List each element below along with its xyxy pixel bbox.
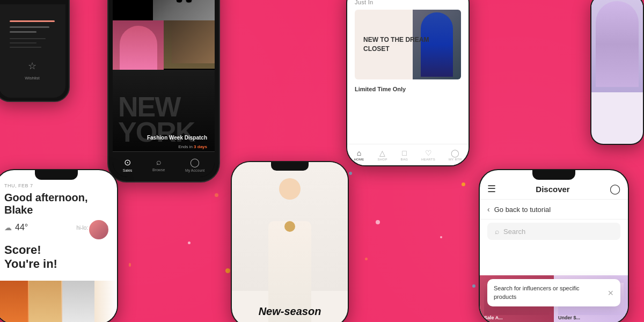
decorative-line — [10, 20, 55, 22]
just-in-label: Just In — [347, 0, 469, 8]
cloud-icon: ☁ — [4, 223, 12, 232]
phone-notch — [271, 162, 309, 171]
model-image-area — [232, 162, 348, 291]
nav-sales-label: Sales — [123, 169, 133, 172]
nav-account-label: My Account — [185, 169, 204, 172]
confetti-dot — [349, 172, 352, 175]
under-card-label: Under $... — [558, 315, 624, 320]
dream-closet-text: NEW TO THE DREAM CLOSET — [355, 27, 461, 62]
home-icon: ⌂ — [357, 149, 361, 157]
wishlist-area: ☆ Wishlist — [25, 60, 40, 82]
tooltip-close-button[interactable]: ✕ — [608, 289, 614, 297]
clothing-item — [29, 281, 61, 322]
model-image-right — [164, 20, 215, 69]
back-arrow-icon: ‹ — [487, 205, 490, 214]
clothing-item — [0, 281, 28, 322]
nav-bag-label: BAG — [401, 158, 408, 161]
back-to-tutorial-row[interactable]: ‹ Go back to tutorial — [480, 200, 628, 219]
phone-dark-partial: ☆ Wishlist — [0, 0, 70, 102]
tooltip-text: Search for influencers or specific produ… — [494, 284, 603, 301]
decorative-line — [10, 47, 41, 48]
confetti-dot — [188, 241, 191, 244]
phone-valentine-partial: VALENTIN Share — [590, 0, 644, 145]
score-text: Score!You're in! — [0, 235, 117, 280]
bag-icon: □ — [402, 149, 406, 157]
phone-notch — [35, 170, 78, 180]
nav-home[interactable]: ⌂ HOME — [354, 149, 364, 161]
new-season-caption: New-season — [259, 305, 321, 317]
search-placeholder-text: Search — [503, 228, 525, 236]
search-icon: ⌕ — [495, 227, 499, 236]
nav-hearts-label: HEARTS — [421, 158, 435, 161]
model-detail — [172, 20, 215, 63]
decorative-line — [10, 26, 49, 28]
search-bar[interactable]: ⌕ Search — [487, 223, 620, 240]
confetti-dot — [440, 236, 442, 238]
confetti-dot — [376, 220, 380, 224]
back-to-tutorial-text: Go back to tutorial — [494, 206, 551, 214]
browse-icon: ⌕ — [156, 157, 162, 167]
confetti-dot — [365, 258, 368, 260]
limited-time-only-label: Limited Time Only — [347, 82, 469, 94]
decorative-line — [10, 31, 36, 33]
temperature-display: 44° — [15, 223, 28, 232]
fashion-week-label: Fashion Week Dispatch Ends in 3 days — [147, 135, 207, 150]
fashion-week-ends: Ends in 3 days — [178, 144, 207, 149]
jimmy-choo-card: 🕶️ — [153, 0, 215, 21]
jewelry — [284, 221, 295, 232]
nav-shop-label: SHOP — [378, 158, 387, 161]
search-tooltip: Search for influencers or specific produ… — [487, 279, 620, 306]
nav-bag[interactable]: □ BAG — [401, 149, 408, 161]
confetti-dot — [472, 284, 475, 288]
clothing-item — [62, 281, 94, 322]
valentine-image — [591, 0, 643, 92]
account-icon: ◯ — [190, 157, 200, 167]
nav-shop[interactable]: △ SHOP — [378, 149, 387, 161]
nav-hearts[interactable]: ♡ HEARTS — [421, 149, 435, 161]
fashion-week-brand: Fashion Week Dispatch — [147, 135, 207, 141]
product-image — [596, 1, 639, 87]
discover-title: Discover — [536, 185, 569, 194]
confetti-dot — [225, 268, 230, 273]
hearts-icon: ♡ — [425, 149, 432, 157]
avatar — [89, 220, 108, 239]
phone-discover: ☰ Discover ◯ ‹ Go back to tutorial ⌕ Sea… — [479, 169, 629, 322]
phone-notch — [532, 170, 575, 180]
phone-sales: 🕶️ Jimmy Choo Ends in 2 days NEWYORK Fas… — [107, 0, 220, 182]
fashion-week-days: 3 days — [194, 144, 207, 149]
nav-browse[interactable]: ⌕ Browse — [152, 157, 165, 172]
my-rtr-icon: ◯ — [451, 149, 459, 157]
decorative-line — [10, 38, 46, 39]
wishlist-label: Wishlist — [25, 76, 40, 80]
phone-fashion-model: New-season — [231, 161, 349, 322]
nav-my-rtr-label: MY RTR — [449, 158, 462, 161]
phone3-bottom-nav: ⌂ HOME △ SHOP □ BAG ♡ HEARTS ◯ MY RTR — [347, 144, 469, 165]
menu-icon[interactable]: ☰ — [487, 183, 496, 195]
nav-account[interactable]: ◯ My Account — [185, 157, 204, 172]
confetti-dot — [129, 263, 131, 267]
nav-home-label: HOME — [354, 158, 364, 161]
model-head — [279, 178, 301, 200]
nav-my-rtr[interactable]: ◯ MY RTR — [449, 149, 462, 161]
sale-card-label: Sale A... — [484, 315, 550, 320]
star-icon: ☆ — [25, 60, 40, 72]
phone-weather-greeting: THU, FEB 7 Good afternoon, Blake ☁ 44° h… — [0, 169, 118, 322]
confetti-dot — [462, 182, 465, 186]
shop-icon: △ — [379, 149, 385, 157]
nav-sales[interactable]: ⊙ Sales — [123, 157, 133, 172]
decorative-line — [10, 42, 36, 43]
greeting-text: Good afternoon, Blake — [0, 191, 117, 221]
confetti-dot — [215, 193, 218, 197]
clothes-strip — [0, 281, 117, 322]
profile-icon[interactable]: ◯ — [610, 183, 620, 195]
nav-browse-label: Browse — [152, 168, 165, 172]
bottom-nav: ⊙ Sales ⌕ Browse ◯ My Account — [113, 151, 215, 177]
glasses-image: 🕶️ — [153, 0, 215, 21]
dream-closet-card[interactable]: NEW TO THE DREAM CLOSET — [355, 10, 461, 79]
phone-dream-closet: Just In NEW TO THE DREAM CLOSET Limited … — [346, 0, 470, 166]
sales-icon: ⊙ — [124, 157, 131, 167]
